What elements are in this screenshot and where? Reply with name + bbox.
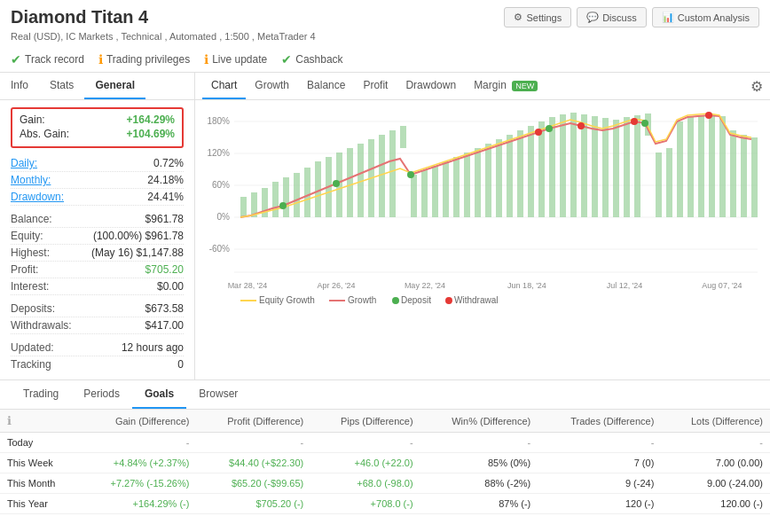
trading-tab-trading[interactable]: Trading xyxy=(11,380,71,409)
svg-text:Equity Growth: Equity Growth xyxy=(259,295,315,305)
new-badge: NEW xyxy=(512,81,538,91)
drawdown-label[interactable]: Drawdown: xyxy=(11,191,64,203)
info-icon: ℹ xyxy=(7,414,12,427)
tab-general[interactable]: General xyxy=(84,73,145,99)
col-header-info: ℹ xyxy=(0,410,79,433)
svg-text:Aug 07, '24: Aug 07, '24 xyxy=(702,281,742,290)
chart-tab-profit[interactable]: Profit xyxy=(354,73,397,99)
svg-rect-33 xyxy=(475,148,481,217)
row-wins: 85% (0%) xyxy=(420,453,538,473)
deposits-row: Deposits: $673.58 xyxy=(11,301,184,317)
col-header-trades: Trades (Difference) xyxy=(538,410,661,433)
discuss-button[interactable]: 💬 Discuss xyxy=(577,7,647,27)
svg-rect-51 xyxy=(666,148,672,217)
svg-rect-40 xyxy=(549,117,555,217)
svg-rect-28 xyxy=(421,170,428,217)
svg-rect-46 xyxy=(613,120,619,217)
svg-rect-32 xyxy=(464,153,470,217)
right-panel: Chart Growth Balance Profit Drawdown Mar… xyxy=(195,73,770,379)
svg-rect-15 xyxy=(283,177,289,217)
svg-rect-45 xyxy=(602,118,609,217)
tab-info[interactable]: Info xyxy=(0,73,39,99)
monthly-row: Monthly: 24.18% xyxy=(11,172,184,189)
svg-rect-58 xyxy=(741,135,747,217)
trading-tab-periods[interactable]: Periods xyxy=(71,380,132,409)
daily-label[interactable]: Daily: xyxy=(11,157,37,169)
table-row: This Week +4.84% (+2.37%) $44.40 (+$22.3… xyxy=(0,453,770,473)
svg-text:120%: 120% xyxy=(207,148,230,158)
svg-rect-54 xyxy=(698,115,704,217)
row-trades: - xyxy=(538,433,661,453)
trading-tab-goals[interactable]: Goals xyxy=(132,380,186,409)
svg-text:Growth: Growth xyxy=(348,295,376,305)
balance-row: Balance: $961.78 xyxy=(11,211,184,228)
col-header-pips: Pips (Difference) xyxy=(310,410,420,433)
main-content: Info Stats General Gain: +164.29% Abs. G… xyxy=(0,73,770,380)
row-label: This Year xyxy=(0,494,79,514)
col-header-gain: Gain (Difference) xyxy=(79,410,197,433)
row-gain: +164.29% (-) xyxy=(79,494,197,514)
header-actions: ⚙ Settings 💬 Discuss 📊 Custom Analysis xyxy=(504,7,759,27)
chart-tab-drawdown[interactable]: Drawdown xyxy=(397,73,465,99)
row-label: This Week xyxy=(0,453,79,473)
highest-row: Highest: (May 16) $1,147.88 xyxy=(11,245,184,262)
custom-analysis-button[interactable]: 📊 Custom Analysis xyxy=(652,7,759,27)
abs-gain-row: Abs. Gain: +104.69% xyxy=(20,128,175,140)
cashback-badge: ✔ Cashback xyxy=(281,52,342,66)
row-label: Today xyxy=(0,433,79,453)
row-pips: +708.0 (-) xyxy=(310,494,420,514)
chart-tab-chart[interactable]: Chart xyxy=(202,73,246,99)
svg-point-62 xyxy=(407,171,414,178)
svg-rect-24 xyxy=(379,135,385,217)
sync-icon: ℹ xyxy=(204,52,208,66)
svg-point-63 xyxy=(546,125,553,132)
chart-tab-margin[interactable]: Margin NEW xyxy=(465,73,546,99)
row-wins: - xyxy=(420,433,538,453)
tab-stats[interactable]: Stats xyxy=(39,73,84,99)
updated-label: Updated: xyxy=(11,341,54,354)
tracking-label: Tracking xyxy=(11,358,51,371)
svg-rect-43 xyxy=(581,114,587,217)
updated-value: 12 hours ago xyxy=(122,341,184,354)
left-tab-bar: Info Stats General xyxy=(0,73,194,100)
svg-text:Apr 26, '24: Apr 26, '24 xyxy=(317,281,355,290)
row-profit: $65.20 (-$99.65) xyxy=(196,473,310,494)
svg-text:Deposit: Deposit xyxy=(401,295,431,305)
deposits-label: Deposits: xyxy=(11,302,55,315)
deposits-value: $673.58 xyxy=(145,302,184,315)
svg-rect-26 xyxy=(400,126,406,148)
settings-icon: ⚙ xyxy=(514,12,522,23)
chart-tab-balance[interactable]: Balance xyxy=(298,73,354,99)
row-lots: 9.00 (-24.00) xyxy=(661,473,770,494)
trading-privileges-badge: ℹ Trading privileges xyxy=(98,52,190,66)
row-profit: $705.20 (-) xyxy=(196,494,310,514)
svg-rect-25 xyxy=(389,130,396,217)
interest-label: Interest: xyxy=(11,280,49,293)
trading-tab-browser[interactable]: Browser xyxy=(186,380,250,409)
gain-box: Gain: +164.29% Abs. Gain: +104.69% xyxy=(11,107,184,148)
highest-label: Highest: xyxy=(11,246,50,259)
chart-settings-icon[interactable]: ⚙ xyxy=(750,78,763,95)
settings-button[interactable]: ⚙ Settings xyxy=(504,7,571,27)
svg-point-79 xyxy=(392,297,399,304)
monthly-label[interactable]: Monthly: xyxy=(11,174,51,186)
row-lots: 120.00 (-) xyxy=(661,494,770,514)
svg-rect-41 xyxy=(560,114,566,217)
svg-rect-50 xyxy=(656,153,662,217)
svg-rect-36 xyxy=(507,135,513,217)
row-profit: $44.40 (+$22.30) xyxy=(196,453,310,473)
abs-gain-label: Abs. Gain: xyxy=(20,128,69,140)
svg-rect-38 xyxy=(528,126,534,217)
bottom-section: Trading Periods Goals Browser ℹ Gain (Di… xyxy=(0,380,770,514)
svg-text:May 22, '24: May 22, '24 xyxy=(405,281,445,290)
chart-tab-growth[interactable]: Growth xyxy=(246,73,298,99)
profit-label: Profit: xyxy=(11,263,38,276)
svg-text:60%: 60% xyxy=(212,180,230,190)
row-lots: 7.00 (0.00) xyxy=(661,453,770,473)
trading-tab-bar: Trading Periods Goals Browser xyxy=(0,380,770,410)
row-trades: 120 (-) xyxy=(538,494,661,514)
svg-rect-31 xyxy=(453,157,460,217)
svg-rect-48 xyxy=(634,115,640,217)
svg-rect-57 xyxy=(730,130,736,217)
svg-point-66 xyxy=(578,122,585,129)
